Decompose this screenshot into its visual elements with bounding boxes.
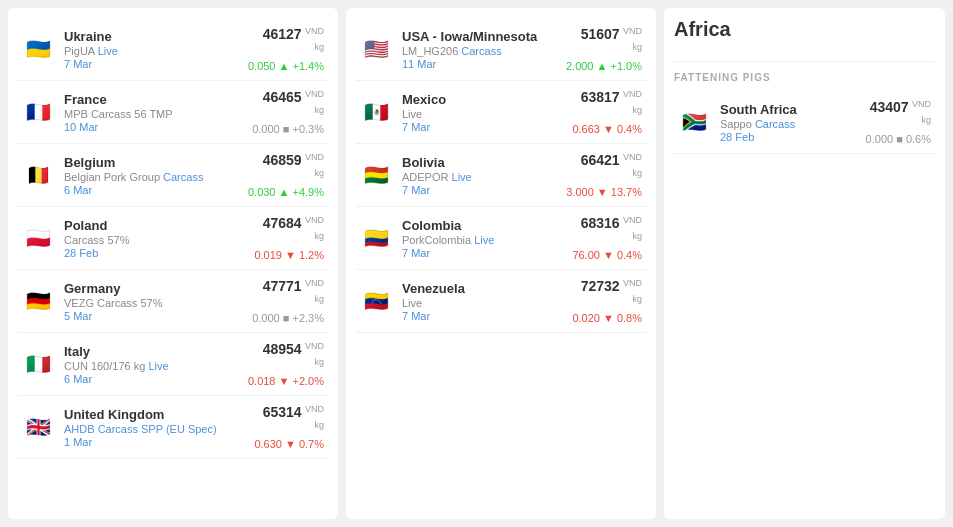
country-date: 1 Mar [64,436,244,448]
price-change: 0.050 +1.4% [248,60,324,72]
flag-icon: 🇺🇦 [22,33,54,65]
country-date: 11 Mar [402,58,556,70]
middle-panel: 🇺🇸 USA - Iowa/Minnesota LM_HG206 Carcass… [346,8,656,519]
price-change: 0.000 +0.3% [252,123,324,135]
country-item[interactable]: 🇺🇸 USA - Iowa/Minnesota LM_HG206 Carcass… [356,18,646,81]
country-name: Belgium [64,155,238,170]
section-label: FATTENING PIGS [674,72,935,83]
country-date: 6 Mar [64,184,238,196]
country-date: 28 Feb [64,247,244,259]
country-date: 7 Mar [402,121,562,133]
country-info: United Kingdom AHDB Carcass SPP (EU Spec… [64,407,244,448]
country-name: United Kingdom [64,407,244,422]
country-name: Poland [64,218,244,233]
country-item[interactable]: 🇺🇦 Ukraine PigUA Live 7 Mar 46127 VNDkg … [18,18,328,81]
flag-icon: 🇧🇪 [22,159,54,191]
country-info: Italy CUN 160/176 kg Live 6 Mar [64,344,238,385]
country-name: Germany [64,281,242,296]
price-value: 43407 VNDkg [866,99,931,131]
price-block: 63817 VNDkg 0.663 0.4% [572,89,642,135]
country-date: 7 Mar [402,310,562,322]
country-info: Poland Carcass 57% 28 Feb [64,218,244,259]
country-info: South Africa Sappo Carcass 28 Feb [720,102,856,143]
country-name: South Africa [720,102,856,117]
price-block: 46465 VNDkg 0.000 +0.3% [252,89,324,135]
country-name: USA - Iowa/Minnesota [402,29,556,44]
price-change: 0.018 +2.0% [248,375,324,387]
flag-icon: 🇿🇦 [678,106,710,138]
price-value: 65314 VNDkg [254,404,324,436]
price-change: 0.000 0.6% [866,133,931,145]
country-info: Bolivia ADEPOR Live 7 Mar [402,155,556,196]
country-item[interactable]: 🇧🇪 Belgium Belgian Pork Group Carcass 6 … [18,144,328,207]
country-info: Mexico Live 7 Mar [402,92,562,133]
flag-icon: 🇧🇴 [360,159,392,191]
price-change: 2.000 +1.0% [566,60,642,72]
flag-icon: 🇫🇷 [22,96,54,128]
country-name: Ukraine [64,29,238,44]
price-block: 65314 VNDkg 0.630 0.7% [254,404,324,450]
price-block: 66421 VNDkg 3.000 13.7% [566,152,642,198]
price-change: 0.030 +4.9% [248,186,324,198]
country-date: 28 Feb [720,131,856,143]
country-name: Italy [64,344,238,359]
country-info: Colombia PorkColombia Live 7 Mar [402,218,562,259]
price-value: 48954 VNDkg [248,341,324,373]
country-item[interactable]: 🇫🇷 France MPB Carcass 56 TMP 10 Mar 4646… [18,81,328,144]
flag-icon: 🇺🇸 [360,33,392,65]
price-value: 51607 VNDkg [566,26,642,58]
country-item[interactable]: 🇧🇴 Bolivia ADEPOR Live 7 Mar 66421 VNDkg… [356,144,646,207]
price-value: 46465 VNDkg [252,89,324,121]
left-panel: 🇺🇦 Ukraine PigUA Live 7 Mar 46127 VNDkg … [8,8,338,519]
price-change: 0.019 1.2% [254,249,324,261]
country-name: France [64,92,242,107]
country-name: Bolivia [402,155,556,170]
country-name: Colombia [402,218,562,233]
price-change: 0.663 0.4% [572,123,642,135]
country-item[interactable]: 🇵🇱 Poland Carcass 57% 28 Feb 47684 VNDkg… [18,207,328,270]
price-change: 0.020 0.8% [572,312,642,324]
country-info: USA - Iowa/Minnesota LM_HG206 Carcass 11… [402,29,556,70]
country-date: 7 Mar [402,184,556,196]
price-block: 51607 VNDkg 2.000 +1.0% [566,26,642,72]
price-block: 48954 VNDkg 0.018 +2.0% [248,341,324,387]
country-item[interactable]: 🇮🇹 Italy CUN 160/176 kg Live 6 Mar 48954… [18,333,328,396]
country-item[interactable]: 🇬🇧 United Kingdom AHDB Carcass SPP (EU S… [18,396,328,459]
country-date: 6 Mar [64,373,238,385]
price-change: 0.000 +2.3% [252,312,324,324]
flag-icon: 🇲🇽 [360,96,392,128]
price-value: 66421 VNDkg [566,152,642,184]
country-item[interactable]: 🇨🇴 Colombia PorkColombia Live 7 Mar 6831… [356,207,646,270]
price-block: 68316 VNDkg 76.00 0.4% [572,215,642,261]
flag-icon: 🇵🇱 [22,222,54,254]
country-info: France MPB Carcass 56 TMP 10 Mar [64,92,242,133]
price-block: 47771 VNDkg 0.000 +2.3% [252,278,324,324]
country-item[interactable]: 🇲🇽 Mexico Live 7 Mar 63817 VNDkg 0.663 0… [356,81,646,144]
country-date: 10 Mar [64,121,242,133]
price-value: 46127 VNDkg [248,26,324,58]
price-change: 0.630 0.7% [254,438,324,450]
price-block: 72732 VNDkg 0.020 0.8% [572,278,642,324]
price-change: 3.000 13.7% [566,186,642,198]
country-date: 7 Mar [64,58,238,70]
price-block: 46127 VNDkg 0.050 +1.4% [248,26,324,72]
price-value: 68316 VNDkg [572,215,642,247]
flag-icon: 🇨🇴 [360,222,392,254]
price-value: 47684 VNDkg [254,215,324,247]
right-panel-title: Africa [674,18,935,49]
country-item[interactable]: 🇩🇪 Germany VEZG Carcass 57% 5 Mar 47771 … [18,270,328,333]
price-block: 47684 VNDkg 0.019 1.2% [254,215,324,261]
country-name: Mexico [402,92,562,107]
country-date: 5 Mar [64,310,242,322]
price-block: 43407 VNDkg 0.000 0.6% [866,99,931,145]
right-panel: Africa FATTENING PIGS 🇿🇦 South Africa Sa… [664,8,945,519]
country-date: 7 Mar [402,247,562,259]
country-name: Venezuela [402,281,562,296]
flag-icon: 🇮🇹 [22,348,54,380]
price-change: 76.00 0.4% [572,249,642,261]
country-item[interactable]: 🇻🇪 Venezuela Live 7 Mar 72732 VNDkg 0.02… [356,270,646,333]
country-item[interactable]: 🇿🇦 South Africa Sappo Carcass 28 Feb 434… [674,91,935,154]
country-info: Ukraine PigUA Live 7 Mar [64,29,238,70]
flag-icon: 🇩🇪 [22,285,54,317]
flag-icon: 🇬🇧 [22,411,54,443]
